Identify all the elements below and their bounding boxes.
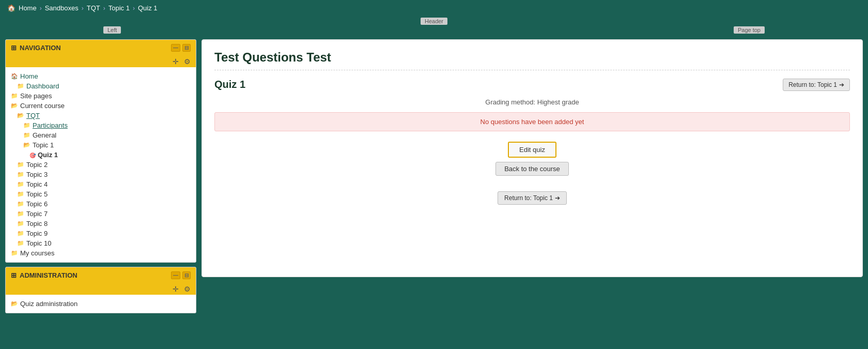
administration-header-icons: — ⊟ xyxy=(171,271,191,279)
general-folder-icon xyxy=(23,132,30,139)
warning-box: No questions have been added yet xyxy=(214,112,850,131)
nav-label-topic10: Topic 10 xyxy=(26,239,51,247)
quiz-header: Quiz 1 Return to: Topic 1 ➔ xyxy=(214,79,850,91)
main-content: Test Questions Test Quiz 1 Return to: To… xyxy=(202,39,863,321)
nav-label-quiz1: Quiz 1 xyxy=(38,151,58,159)
nav-item-my-courses: My courses xyxy=(11,248,191,258)
nav-item-topic7: Topic 7 xyxy=(11,209,191,219)
return-bottom-area: Return to: Topic 1 ➔ xyxy=(214,191,850,205)
return-to-topic1-top-button[interactable]: Return to: Topic 1 ➔ xyxy=(783,79,850,91)
navigation-hide-icon[interactable]: — xyxy=(171,44,180,52)
administration-config-icon[interactable]: ⊟ xyxy=(182,271,191,279)
nav-label-topic6: Topic 6 xyxy=(26,200,48,208)
nav-label-site-pages: Site pages xyxy=(20,92,52,100)
nav-item-topic9: Topic 9 xyxy=(11,229,191,238)
navigation-header-icons: — ⊟ xyxy=(171,44,191,52)
navigation-block-content: Home Dashboard Site pages Current course xyxy=(6,67,196,262)
header-label: Header xyxy=(421,18,447,25)
nav-label-general: General xyxy=(33,131,56,139)
nav-item-general: General xyxy=(11,130,191,140)
navigation-gear-icon[interactable]: ⚙ xyxy=(184,57,191,66)
warning-text: No questions have been added yet xyxy=(481,118,584,126)
grading-method: Grading method: Highest grade xyxy=(214,98,850,106)
breadcrumb-home[interactable]: Home xyxy=(19,4,37,12)
sub-label-bar: Left Page top xyxy=(0,25,868,35)
quiz-title: Quiz 1 xyxy=(214,79,245,90)
dashboard-folder-icon xyxy=(17,83,24,89)
breadcrumb-tqt[interactable]: TQT xyxy=(87,4,100,12)
left-label: Left xyxy=(103,26,121,34)
nav-item-current-course: Current course xyxy=(11,101,191,111)
back-to-course-button[interactable]: Back to the course xyxy=(495,162,569,176)
nav-item-topic10: Topic 10 xyxy=(11,238,191,248)
sidebar: ⊞ NAVIGATION — ⊟ ✛ ⚙ Home Da xyxy=(5,39,196,321)
breadcrumb-topic1[interactable]: Topic 1 xyxy=(109,4,130,12)
home-icon: 🏠 xyxy=(7,4,16,12)
current-course-folder-icon xyxy=(11,102,18,109)
nav-item-topic8: Topic 8 xyxy=(11,219,191,229)
administration-block: ⊞ ADMINISTRATION — ⊟ ✛ ⚙ Quiz administra… xyxy=(5,267,196,313)
return-arrow-top: ➔ xyxy=(839,81,844,88)
breadcrumb-bar: 🏠 Home › Sandboxes › TQT › Topic 1 › Qui… xyxy=(0,0,868,16)
quiz-actions: Edit quiz Back to the course xyxy=(214,142,850,176)
nav-link-home[interactable]: Home xyxy=(20,72,38,80)
my-courses-folder-icon xyxy=(11,250,18,256)
main-layout: ⊞ NAVIGATION — ⊟ ✛ ⚙ Home Da xyxy=(0,35,868,325)
administration-hide-icon[interactable]: — xyxy=(171,271,180,279)
nav-item-quiz-admin: Quiz administration xyxy=(11,299,191,309)
breadcrumb-sep-3: › xyxy=(103,5,105,12)
breadcrumb-quiz1[interactable]: Quiz 1 xyxy=(138,4,158,12)
breadcrumb-sep-2: › xyxy=(82,5,84,12)
edit-quiz-button[interactable]: Edit quiz xyxy=(508,142,556,158)
return-arrow-bottom: ➔ xyxy=(555,194,560,202)
navigation-block-title-area: ⊞ NAVIGATION xyxy=(11,44,61,52)
nav-label-topic4: Topic 4 xyxy=(26,180,48,188)
nav-item-topic4: Topic 4 xyxy=(11,179,191,189)
navigation-block-header: ⊞ NAVIGATION — ⊟ xyxy=(6,40,196,56)
page-top-label: Page top xyxy=(734,26,765,34)
return-to-topic1-bottom-label: Return to: Topic 1 xyxy=(504,194,553,202)
nav-label-topic5: Topic 5 xyxy=(26,190,48,198)
nav-item-home: Home xyxy=(11,71,191,81)
administration-block-header: ⊞ ADMINISTRATION — ⊟ xyxy=(6,267,196,283)
site-pages-folder-icon xyxy=(11,93,18,99)
navigation-block: ⊞ NAVIGATION — ⊟ ✛ ⚙ Home Da xyxy=(5,39,196,263)
topic9-folder-icon xyxy=(17,230,24,237)
return-to-topic1-bottom-button[interactable]: Return to: Topic 1 ➔ xyxy=(498,191,567,205)
nav-label-topic2: Topic 2 xyxy=(26,161,48,169)
participants-folder-icon xyxy=(23,122,30,129)
nav-link-tqt[interactable]: TQT xyxy=(26,112,40,119)
topic2-folder-icon xyxy=(17,161,24,168)
nav-link-participants[interactable]: Participants xyxy=(33,122,68,129)
topic3-folder-icon xyxy=(17,171,24,178)
administration-gear-icon[interactable]: ⚙ xyxy=(184,285,191,293)
nav-label-quiz-admin: Quiz administration xyxy=(20,300,78,308)
nav-label-topic3: Topic 3 xyxy=(26,171,48,178)
navigation-grid-icon: ⊞ xyxy=(11,44,17,52)
content-box: Test Questions Test Quiz 1 Return to: To… xyxy=(202,39,863,277)
nav-item-topic1: Topic 1 xyxy=(11,140,191,150)
nav-label-topic9: Topic 9 xyxy=(26,230,48,237)
breadcrumb-sep-1: › xyxy=(40,5,42,12)
home-icon xyxy=(11,73,18,80)
navigation-config-icon[interactable]: ⊟ xyxy=(182,44,191,52)
quiz-admin-folder-icon xyxy=(11,300,18,307)
topic8-folder-icon xyxy=(17,220,24,227)
nav-label-my-courses: My courses xyxy=(20,249,54,257)
quiz1-icon xyxy=(29,152,36,158)
breadcrumb-sandboxes[interactable]: Sandboxes xyxy=(45,4,79,12)
topic1-folder-icon xyxy=(23,142,30,148)
page-title: Test Questions Test xyxy=(214,50,850,70)
nav-item-topic2: Topic 2 xyxy=(11,160,191,170)
administration-subbar: ✛ ⚙ xyxy=(6,283,196,295)
nav-link-dashboard[interactable]: Dashboard xyxy=(26,82,59,90)
nav-item-participants: Participants xyxy=(11,120,191,130)
header-label-bar: Header xyxy=(0,16,868,25)
topic4-folder-icon xyxy=(17,181,24,188)
navigation-move-icon[interactable]: ✛ xyxy=(173,57,179,66)
administration-block-title-area: ⊞ ADMINISTRATION xyxy=(11,271,78,279)
topic10-folder-icon xyxy=(17,240,24,247)
administration-block-content: Quiz administration xyxy=(6,295,196,313)
nav-label-topic8: Topic 8 xyxy=(26,220,48,227)
administration-move-icon[interactable]: ✛ xyxy=(173,285,179,293)
